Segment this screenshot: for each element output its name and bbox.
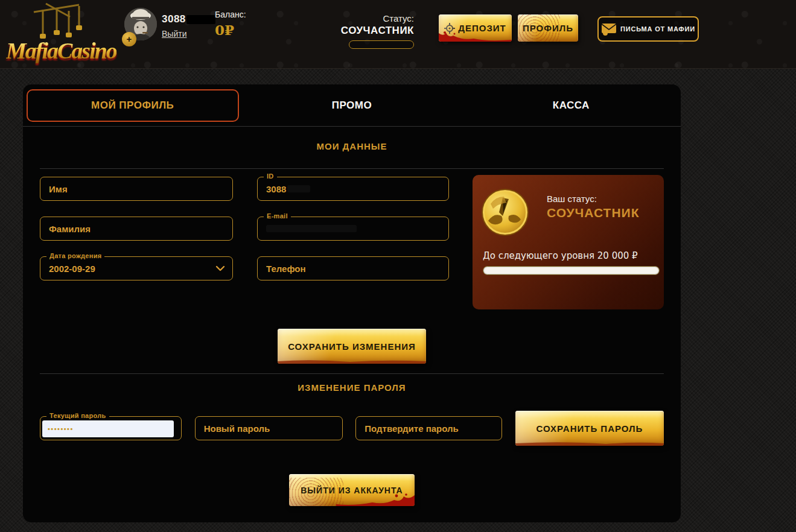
confirm-password-field[interactable] [355, 416, 502, 440]
card-status-value: СОУЧАСТНИК [547, 206, 639, 220]
current-password-field[interactable]: Текущий пароль •••••••• [40, 416, 182, 440]
phone-field[interactable] [257, 256, 449, 280]
tab-bar: МОЙ ПРОФИЛЬ ПРОМО КАССА [23, 84, 681, 127]
email-field-label: E-mail [264, 212, 291, 220]
first-name-input[interactable] [49, 177, 224, 200]
profile-label: ПРОФИЛЬ [523, 23, 573, 33]
status-label: Статус: [333, 13, 414, 24]
deposit-label: ДЕПОЗИТ [458, 23, 506, 33]
password-form: Текущий пароль •••••••• СОХРАНИТЬ ПАРОЛЬ [40, 411, 664, 446]
id-field[interactable]: ID 3088 [257, 177, 449, 201]
status-badge-icon [483, 190, 527, 235]
logo-text: MafiaCasino [6, 37, 116, 64]
tab-promo-label: ПРОМО [332, 100, 372, 112]
level-progress-bar [483, 266, 660, 275]
deposit-button[interactable]: ДЕПОЗИТ [439, 14, 512, 42]
profile-form: ID 3088 E-mail Дата рождения 2002-09-29 [40, 177, 664, 312]
status-value: СОУЧАСТНИК [333, 25, 414, 37]
save-changes-button[interactable]: СОХРАНИТЬ ИЗМЕНЕНИЯ [278, 329, 426, 364]
birthdate-select[interactable]: Дата рождения 2002-09-29 [40, 256, 233, 280]
blood-splatter [278, 358, 426, 364]
avatar[interactable]: + [124, 8, 159, 43]
marionette-icon [22, 1, 112, 39]
card-status-label: Ваш статус: [547, 194, 639, 204]
id-field-label: ID [264, 173, 277, 180]
current-password-label: Текущий пароль [46, 412, 109, 419]
user-id: 3088 [162, 13, 215, 25]
status-progress-bar [349, 40, 414, 49]
current-password-input[interactable]: •••••••• [42, 420, 174, 437]
status-card: Ваш статус: СОУЧАСТНИК До следующего уро… [473, 175, 664, 309]
email-field[interactable]: E-mail [257, 217, 449, 241]
first-name-field[interactable] [40, 177, 233, 201]
letters-label: ПИСЬМА ОТ МАФИИ [620, 25, 695, 33]
phone-input[interactable] [266, 257, 440, 280]
section-title-password: ИЗМЕНЕНИЕ ПАРОЛЯ [40, 382, 664, 393]
birthdate-label: Дата рождения [46, 252, 104, 259]
page: MafiaCasino + 3088 Выйти Баланс: 0₽ Стат… [0, 0, 796, 532]
save-password-label: СОХРАНИТЬ ПАРОЛЬ [537, 423, 643, 434]
tab-my-profile-label: МОЙ ПРОФИЛЬ [91, 100, 174, 112]
save-password-button[interactable]: СОХРАНИТЬ ПАРОЛЬ [515, 411, 664, 446]
envelope-icon [601, 22, 617, 36]
balance-label: Баланс: [215, 10, 246, 19]
tab-cashier[interactable]: КАССА [462, 84, 681, 126]
tab-cashier-label: КАССА [553, 100, 590, 112]
new-password-input[interactable] [204, 417, 334, 440]
confirm-password-input[interactable] [365, 417, 493, 440]
logout-account-button[interactable]: ВЫЙТИ ИЗ АККАУНТА [289, 474, 415, 506]
tab-promo[interactable]: ПРОМО [242, 84, 461, 126]
last-name-field[interactable] [40, 217, 233, 241]
divider [40, 168, 664, 169]
card-status-texts: Ваш статус: СОУЧАСТНИК [547, 190, 639, 220]
divider [40, 373, 664, 374]
last-name-input[interactable] [49, 217, 224, 240]
main-panel: МОЙ ПРОФИЛЬ ПРОМО КАССА МОИ ДАННЫЕ ID 30… [23, 84, 681, 522]
mafia-letters-button[interactable]: ПИСЬМА ОТ МАФИИ [597, 16, 699, 42]
redaction-bar [266, 225, 357, 232]
section-title-my-data: МОИ ДАННЫЕ [40, 141, 664, 151]
avatar-add-icon[interactable]: + [122, 32, 136, 46]
blood-splatter [515, 440, 664, 446]
redaction-bar [186, 15, 215, 24]
balance-value: 0₽ [215, 22, 234, 38]
save-changes-label: СОХРАНИТЬ ИЗМЕНЕНИЯ [288, 341, 416, 352]
site-header: MafiaCasino + 3088 Выйти Баланс: 0₽ Стат… [0, 0, 796, 69]
site-logo[interactable]: MafiaCasino [5, 1, 123, 68]
birthdate-value: 2002-09-29 [49, 264, 95, 274]
id-field-value: 3088 [266, 184, 286, 194]
crosshair-icon [444, 23, 455, 34]
new-password-field[interactable] [195, 416, 343, 440]
header-status: Статус: СОУЧАСТНИК [333, 13, 414, 49]
chevron-down-icon [215, 264, 225, 273]
next-level-text: До следующего уровня 20 000 ₽ [483, 250, 653, 261]
logout-link[interactable]: Выйти [162, 29, 186, 39]
redaction-bar [287, 185, 310, 192]
tab-my-profile[interactable]: МОЙ ПРОФИЛЬ [23, 84, 242, 126]
profile-button[interactable]: ПРОФИЛЬ [518, 14, 578, 42]
logout-account-label: ВЫЙТИ ИЗ АККАУНТА [301, 486, 403, 495]
